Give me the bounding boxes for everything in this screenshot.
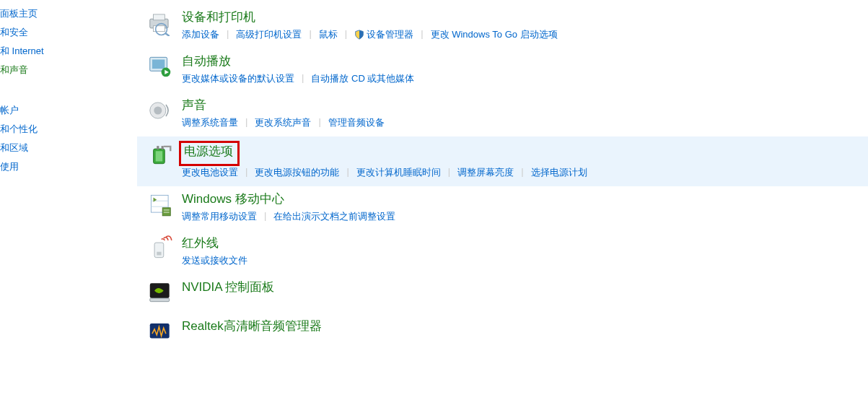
- autoplay-icon: [143, 53, 177, 85]
- sidebar-nav: 面板主页 和安全 和 Internet 和声音 帐户 和个性化 和区域 使用: [0, 0, 137, 400]
- link-advanced-printer[interactable]: 高级打印机设置: [236, 28, 302, 41]
- svg-rect-18: [162, 208, 170, 216]
- svg-rect-13: [162, 146, 164, 149]
- link-battery-settings[interactable]: 更改电池设置: [182, 166, 238, 179]
- link-autoplay-cd[interactable]: 自动播放 CD 或其他媒体: [311, 72, 414, 85]
- svg-rect-22: [157, 252, 161, 256]
- svg-rect-12: [157, 146, 159, 149]
- highlight-box: 电源选项: [179, 141, 240, 166]
- shield-icon: [354, 30, 364, 40]
- category-power-options: 电源选项 更改电池设置| 更改电源按钮的功能| 更改计算机睡眠时间| 调整屏幕亮…: [137, 136, 868, 186]
- link-system-volume[interactable]: 调整系统音量: [182, 116, 238, 129]
- category-devices-printers: 设备和打印机 添加设备| 高级打印机设置| 鼠标| 设备管理器| 更改 Wind…: [137, 4, 868, 48]
- mobility-icon: [143, 191, 177, 223]
- svg-rect-1: [154, 14, 165, 20]
- link-audio-devices[interactable]: 管理音频设备: [328, 116, 385, 129]
- sidebar-item-use[interactable]: 使用: [0, 157, 137, 176]
- main-panel: 设备和打印机 添加设备| 高级打印机设置| 鼠标| 设备管理器| 更改 Wind…: [137, 0, 868, 400]
- svg-rect-24: [150, 298, 170, 302]
- link-power-button[interactable]: 更改电源按钮的功能: [255, 166, 339, 179]
- category-title-realtek[interactable]: Realtek高清晰音频管理器: [182, 318, 322, 337]
- category-sound: 声音 调整系统音量| 更改系统声音| 管理音频设备: [137, 92, 868, 136]
- sidebar-group-1: 面板主页 和安全 和 Internet 和声音: [0, 4, 137, 79]
- category-title-mobility[interactable]: Windows 移动中心: [182, 191, 284, 210]
- link-windows-to-go[interactable]: 更改 Windows To Go 启动选项: [431, 28, 558, 41]
- sidebar-item-home[interactable]: 面板主页: [0, 4, 137, 23]
- link-mobility-settings[interactable]: 调整常用移动设置: [182, 210, 257, 223]
- category-title-infrared[interactable]: 红外线: [182, 235, 219, 254]
- link-sleep-time[interactable]: 更改计算机睡眠时间: [356, 166, 441, 179]
- svg-rect-6: [152, 60, 165, 69]
- sidebar-item-personalization[interactable]: 和个性化: [0, 120, 137, 139]
- category-infrared: 红外线 发送或接收文件: [137, 230, 868, 274]
- link-device-manager[interactable]: 设备管理器: [354, 28, 413, 41]
- link-presentation-settings[interactable]: 在给出演示文档之前调整设置: [273, 210, 395, 223]
- svg-rect-21: [154, 243, 164, 258]
- category-autoplay: 自动播放 更改媒体或设备的默认设置| 自动播放 CD 或其他媒体: [137, 48, 868, 92]
- link-add-device[interactable]: 添加设备: [182, 28, 219, 41]
- link-mouse[interactable]: 鼠标: [319, 28, 338, 41]
- category-title-autoplay[interactable]: 自动播放: [182, 53, 231, 72]
- printer-icon: [143, 9, 177, 41]
- category-nvidia: NVIDIA 控制面板: [137, 274, 868, 313]
- realtek-icon: [143, 318, 177, 345]
- sidebar-item-region[interactable]: 和区域: [0, 139, 137, 157]
- link-system-sounds[interactable]: 更改系统声音: [255, 116, 311, 129]
- svg-rect-2: [154, 26, 165, 32]
- category-title-sound[interactable]: 声音: [182, 97, 206, 116]
- svg-rect-14: [156, 151, 163, 161]
- infrared-icon: [143, 235, 177, 267]
- sidebar-item-accounts[interactable]: 帐户: [0, 101, 137, 120]
- power-icon: [143, 141, 177, 179]
- sidebar-item-sound[interactable]: 和声音: [0, 61, 137, 79]
- link-brightness[interactable]: 调整屏幕亮度: [457, 166, 514, 179]
- link-power-plan[interactable]: 选择电源计划: [531, 166, 587, 179]
- link-default-media[interactable]: 更改媒体或设备的默认设置: [182, 72, 294, 85]
- category-mobility-center: Windows 移动中心 调整常用移动设置| 在给出演示文档之前调整设置: [137, 186, 868, 230]
- svg-line-4: [165, 33, 170, 36]
- category-title-power[interactable]: 电源选项: [184, 143, 233, 162]
- link-send-receive[interactable]: 发送或接收文件: [182, 254, 247, 267]
- nvidia-icon: [143, 279, 177, 306]
- sidebar-item-security[interactable]: 和安全: [0, 23, 137, 42]
- category-title-devices[interactable]: 设备和打印机: [182, 9, 255, 28]
- sidebar-item-internet[interactable]: 和 Internet: [0, 42, 137, 61]
- category-realtek: Realtek高清晰音频管理器: [137, 313, 868, 352]
- svg-point-10: [154, 106, 162, 114]
- sound-icon: [143, 97, 177, 129]
- sidebar-group-2: 帐户 和个性化 和区域 使用: [0, 101, 137, 176]
- category-title-nvidia[interactable]: NVIDIA 控制面板: [182, 279, 274, 298]
